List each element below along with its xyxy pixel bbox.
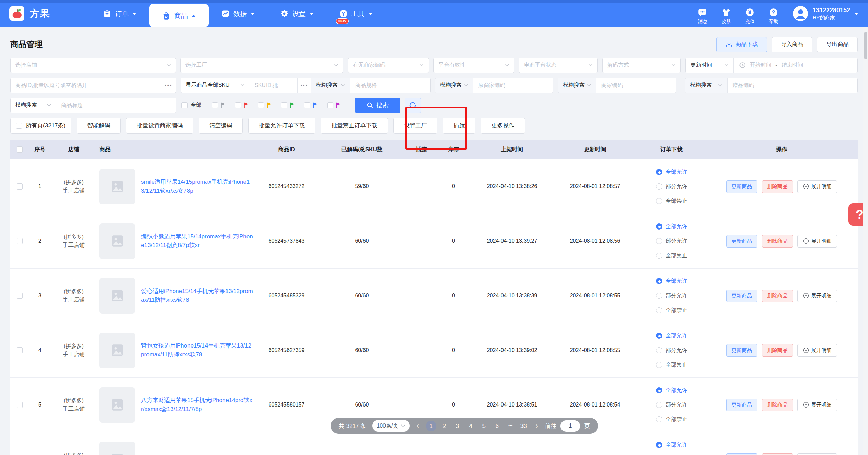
flag-button[interactable]: 插旗	[443, 118, 475, 134]
title-fuzzy-select[interactable]: 模糊搜索	[11, 98, 56, 113]
more-skuids-button[interactable]: ···	[298, 78, 311, 93]
product-title-link[interactable]: 爱心适用iPhone15/14手机壳苹果13/12promax/11防摔xrxs…	[141, 287, 254, 304]
product-image-placeholder[interactable]	[99, 169, 135, 204]
flag-checkbox[interactable]	[304, 102, 310, 108]
radio-forbid-all[interactable]: 全部禁止	[656, 361, 687, 369]
menu-settings[interactable]: 设置	[268, 0, 327, 27]
page-ellipsis[interactable]: •••	[505, 421, 516, 431]
help-button[interactable]: ? 帮助	[769, 8, 778, 25]
product-image-placeholder[interactable]	[99, 278, 135, 314]
flag-checkbox[interactable]	[258, 102, 264, 108]
clear-code-button[interactable]: 清空编码	[199, 118, 243, 134]
product-download-button[interactable]: 商品下载	[716, 37, 767, 52]
platform-validity-select[interactable]: 平台有效性	[433, 58, 514, 73]
menu-data[interactable]: 数据	[209, 0, 268, 27]
flag-filter-option-4[interactable]	[304, 102, 319, 108]
batch-allow-download-button[interactable]: 批量允许订单下载	[248, 118, 315, 134]
radio-allow-all[interactable]: 全部允许	[656, 169, 687, 176]
refresh-button[interactable]	[405, 98, 421, 113]
prev-page-button[interactable]: ‹	[416, 421, 419, 430]
has-merchant-code-select[interactable]: 有无商家编码	[348, 58, 429, 73]
shop-select[interactable]: 选择店铺	[10, 58, 176, 73]
update-product-button[interactable]: 更新商品	[726, 180, 757, 193]
batch-forbid-download-button[interactable]: 批量禁止订单下载	[321, 118, 388, 134]
set-factory-button[interactable]: 设置工厂	[393, 118, 437, 134]
spec-fuzzy-select[interactable]: 模糊搜索	[311, 78, 351, 93]
account-menu[interactable]: 13122280152 HY的商家	[793, 6, 859, 21]
factory-select[interactable]: 选择工厂	[180, 58, 343, 73]
export-products-button[interactable]: 导出商品	[817, 37, 858, 52]
radio-allow-partial[interactable]: 部分允许	[656, 401, 687, 409]
expand-detail-button[interactable]: 展开明细	[797, 235, 837, 248]
product-image-placeholder[interactable]	[99, 387, 135, 423]
flag-filter-option-0[interactable]	[212, 102, 226, 108]
update-product-button[interactable]: 更新商品	[726, 290, 757, 302]
page-button-4[interactable]: 4	[466, 421, 476, 431]
update-product-button[interactable]: 更新商品	[726, 235, 757, 248]
menu-orders[interactable]: 订单	[90, 0, 149, 27]
flag-checkbox[interactable]	[235, 102, 241, 108]
decode-mode-select[interactable]: 解码方式	[602, 58, 681, 73]
import-products-button[interactable]: 导入商品	[772, 37, 812, 52]
skuid-input[interactable]	[250, 78, 298, 93]
header-checkbox[interactable]	[17, 146, 23, 153]
product-title-input[interactable]	[56, 98, 176, 113]
flag-checkbox[interactable]	[281, 102, 287, 108]
page-button-2[interactable]: 2	[439, 421, 450, 431]
expand-detail-button[interactable]: 展开明细	[797, 180, 837, 193]
page-button-6[interactable]: 6	[492, 421, 502, 431]
search-button[interactable]: 搜索	[355, 98, 400, 113]
smart-decode-button[interactable]: 智能解码	[77, 118, 121, 134]
more-actions-button[interactable]: 更多操作	[481, 118, 525, 134]
flag-checkbox[interactable]	[212, 102, 218, 108]
all-flags-checkbox[interactable]	[181, 102, 188, 108]
product-image-placeholder[interactable]	[99, 442, 135, 455]
radio-allow-partial[interactable]: 部分允许	[656, 292, 687, 299]
platform-status-select[interactable]: 电商平台状态	[519, 58, 597, 73]
expand-detail-button[interactable]: 展开明细	[797, 344, 837, 357]
flag-filter-option-5[interactable]	[327, 102, 342, 108]
radio-allow-partial[interactable]: 部分允许	[656, 183, 687, 190]
scrollbar-thumb[interactable]	[864, 32, 867, 59]
goto-page-input[interactable]	[560, 420, 580, 432]
radio-allow-all[interactable]: 全部允许	[656, 278, 687, 285]
row-checkbox[interactable]	[17, 183, 23, 190]
page-button-last[interactable]: 33	[518, 421, 529, 431]
delete-product-button[interactable]: 删除商品	[762, 180, 793, 193]
time-type-select[interactable]: 更新时间	[686, 58, 734, 73]
delete-product-button[interactable]: 删除商品	[762, 344, 793, 357]
merchant-code-input[interactable]	[596, 78, 676, 93]
menu-tools[interactable]: 工具 NEW	[327, 0, 386, 27]
messages-button[interactable]: 消息	[698, 8, 707, 25]
page-button-5[interactable]: 5	[479, 421, 489, 431]
delete-product-button[interactable]: 删除商品	[762, 399, 793, 411]
delete-product-button[interactable]: 删除商品	[762, 290, 793, 302]
update-product-button[interactable]: 更新商品	[726, 344, 757, 357]
update-product-button[interactable]: 更新商品	[726, 453, 757, 455]
expand-detail-button[interactable]: 展开明细	[797, 399, 837, 411]
gift-code-input[interactable]	[728, 78, 857, 93]
product-title-link[interactable]: 八方来财适用苹果15手机壳iPhone14pro软xr/xsmax套13/12/…	[141, 396, 254, 414]
radio-forbid-all[interactable]: 全部禁止	[656, 307, 687, 314]
row-checkbox[interactable]	[17, 402, 23, 408]
radio-forbid-all[interactable]: 全部禁止	[656, 416, 687, 423]
flag-filter-option-2[interactable]	[258, 102, 273, 108]
date-range-input[interactable]: 开始时间 - 结束时间	[734, 58, 857, 73]
more-ids-button[interactable]: ···	[161, 78, 176, 93]
radio-allow-all[interactable]: 全部允许	[656, 223, 687, 230]
orig-code-fuzzy-select[interactable]: 模糊搜索	[435, 78, 474, 93]
radio-allow-all[interactable]: 全部允许	[656, 441, 687, 449]
row-checkbox[interactable]	[17, 238, 23, 244]
flag-all-option[interactable]: 全部	[181, 98, 201, 113]
page-size-select[interactable]: 100条/页	[372, 420, 410, 432]
merchant-code-fuzzy-select[interactable]: 模糊搜索	[558, 78, 596, 93]
radio-allow-all[interactable]: 全部允许	[656, 387, 687, 394]
row-checkbox[interactable]	[17, 293, 23, 299]
radio-forbid-all[interactable]: 全部禁止	[656, 252, 687, 259]
flag-checkbox[interactable]	[327, 102, 333, 108]
brand[interactable]: 方果	[9, 6, 50, 21]
next-page-button[interactable]: ›	[535, 421, 539, 430]
skin-button[interactable]: 皮肤	[722, 8, 731, 25]
product-title-link[interactable]: smile适用苹果14/15promax手机壳iPhone13/12/11软xr…	[141, 178, 254, 195]
page-scrollbar[interactable]	[863, 27, 868, 455]
